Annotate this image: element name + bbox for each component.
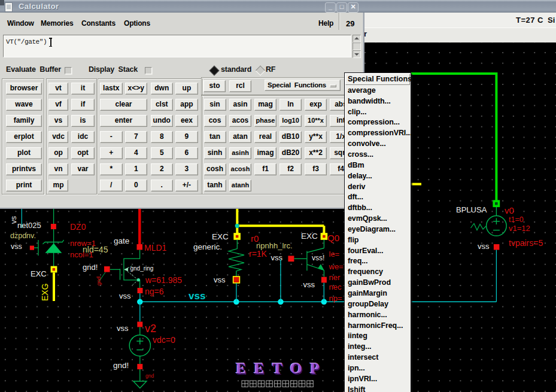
svg-text:gate: gate <box>114 236 129 245</box>
svg-text:ng=6: ng=6 <box>145 287 164 296</box>
svg-text:v2: v2 <box>145 323 156 335</box>
svg-text:gnd: gnd <box>145 373 154 379</box>
svg-text:vss: vss <box>478 242 490 251</box>
svg-text:vss: vss <box>214 275 226 284</box>
svg-text:vss!: vss! <box>312 254 324 262</box>
svg-text:BPLUSA: BPLUSA <box>456 205 487 214</box>
svg-text:ncol=1: ncol=1 <box>70 250 93 259</box>
svg-text:EXC: EXC <box>31 269 47 278</box>
svg-text:vs: vs <box>9 216 18 224</box>
svg-text:tvpairs=5: tvpairs=5 <box>509 238 543 248</box>
svg-text:we=: we= <box>329 262 344 271</box>
svg-text:EXC: EXC <box>301 232 318 241</box>
svg-text:generic.: generic. <box>193 242 222 251</box>
svg-text:MLD1: MLD1 <box>144 243 167 253</box>
svg-text:EXG: EXG <box>40 283 50 301</box>
svg-text:gnd: gnd <box>96 276 102 285</box>
svg-text:ner: ner <box>329 273 341 282</box>
svg-text:vdc=0: vdc=0 <box>153 335 175 345</box>
svg-text:vss: vss <box>303 280 315 289</box>
svg-text:nec: nec <box>329 282 342 291</box>
svg-text:np=: np= <box>329 294 342 303</box>
svg-text:r=1K: r=1K <box>249 249 268 259</box>
svg-text:gnd_ring: gnd_ring <box>130 265 154 272</box>
svg-text:dzpdnv.: dzpdnv. <box>10 232 36 240</box>
svg-text:Q0: Q0 <box>327 233 339 243</box>
svg-text:w=61.985: w=61.985 <box>145 275 182 285</box>
svg-text:le=: le= <box>329 250 340 259</box>
svg-text:vss: vss <box>119 291 131 300</box>
svg-text:EXC: EXC <box>212 232 229 241</box>
svg-text:vss: vss <box>11 242 22 251</box>
svg-text:net025: net025 <box>17 221 41 230</box>
svg-text:vss: vss <box>117 324 129 333</box>
svg-text:gnd!: gnd! <box>83 263 98 272</box>
svg-text:vss: vss <box>189 290 205 302</box>
svg-text:v0: v0 <box>505 205 514 215</box>
svg-text:t1=0: t1=0 <box>509 215 524 224</box>
svg-text:gnd!: gnd! <box>113 361 129 370</box>
svg-text:v1=12: v1=12 <box>509 224 530 233</box>
svg-text:DZ0: DZ0 <box>70 222 86 232</box>
